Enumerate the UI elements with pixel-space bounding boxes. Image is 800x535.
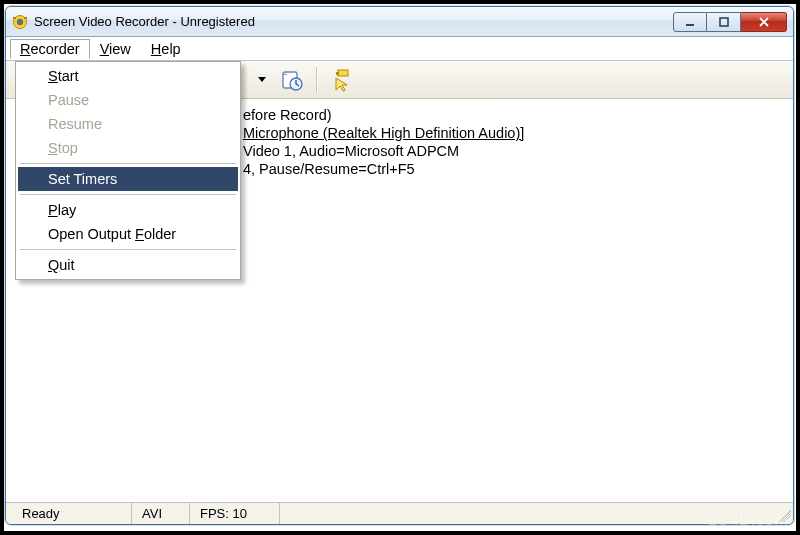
resize-grip-icon[interactable] <box>775 503 793 524</box>
capture-cursor-button[interactable] <box>328 66 356 94</box>
menu-help[interactable]: Help <box>141 39 191 59</box>
svg-rect-9 <box>336 72 339 75</box>
audio-device-link[interactable]: Microphone (Realtek High Definition Audi… <box>243 125 524 141</box>
svg-rect-8 <box>338 70 348 76</box>
minimize-button[interactable] <box>673 12 707 32</box>
svg-rect-5 <box>720 18 728 26</box>
menu-item-quit[interactable]: Quit <box>18 253 238 277</box>
close-button[interactable] <box>741 12 787 32</box>
status-fps: FPS: 10 <box>190 503 280 524</box>
content-line-2: Microphone (Realtek High Definition Audi… <box>243 125 781 141</box>
menu-view[interactable]: View <box>90 39 141 59</box>
menu-item-resume[interactable]: Resume <box>18 112 238 136</box>
schedule-button[interactable] <box>278 66 306 94</box>
content-line-1: efore Record) <box>243 107 781 123</box>
svg-point-1 <box>17 18 23 24</box>
status-ready: Ready <box>6 503 132 524</box>
window-title: Screen Video Recorder - Unregistered <box>34 14 667 29</box>
content-line-4: 4, Pause/Resume=Ctrl+F5 <box>243 161 781 177</box>
menu-item-set-timers[interactable]: Set Timers <box>18 167 238 191</box>
maximize-button[interactable] <box>707 12 741 32</box>
menu-recorder[interactable]: Recorder <box>10 39 90 59</box>
window-controls <box>673 12 787 32</box>
svg-rect-2 <box>13 17 16 19</box>
recorder-dropdown: Start Pause Resume Stop Set Timers Play … <box>15 61 241 280</box>
menu-item-pause[interactable]: Pause <box>18 88 238 112</box>
app-icon <box>12 14 28 30</box>
status-format: AVI <box>132 503 190 524</box>
menu-item-stop[interactable]: Stop <box>18 136 238 160</box>
title-bar[interactable]: Screen Video Recorder - Unregistered <box>6 7 793 37</box>
menu-item-play[interactable]: Play <box>18 198 238 222</box>
menu-item-open-output-folder[interactable]: Open Output Folder <box>18 222 238 246</box>
toolbar-dropdown-arrow-icon[interactable] <box>258 77 266 82</box>
toolbar-separator <box>316 67 318 93</box>
menu-separator <box>20 249 236 250</box>
svg-rect-4 <box>686 24 694 26</box>
menu-separator <box>20 163 236 164</box>
menu-separator <box>20 194 236 195</box>
menu-item-start[interactable]: Start <box>18 64 238 88</box>
status-bar: Ready AVI FPS: 10 <box>6 502 793 524</box>
svg-rect-3 <box>24 17 27 19</box>
content-line-3: Video 1, Audio=Microsoft ADPCM <box>243 143 781 159</box>
menu-bar: Recorder View Help <box>6 37 793 61</box>
application-window: Screen Video Recorder - Unregistered Rec… <box>5 6 794 525</box>
